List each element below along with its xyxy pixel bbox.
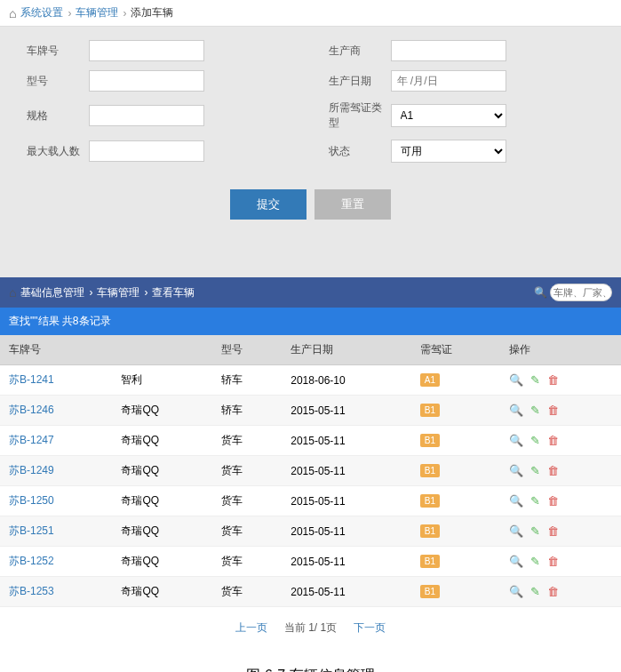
table-row: 苏B-1249奇瑞QQ货车2015-05-11B1🔍✎🗑 bbox=[0, 456, 621, 486]
delete-icon[interactable]: 🗑 bbox=[547, 585, 559, 598]
delete-icon[interactable]: 🗑 bbox=[547, 404, 559, 417]
bc-current: 添加车辆 bbox=[131, 5, 173, 20]
status-label: 状态 bbox=[329, 144, 391, 159]
col-plate: 车牌号 bbox=[0, 335, 112, 365]
figure-caption-1: 图 6-7 车辆信息管理 bbox=[0, 649, 621, 672]
plate-link[interactable]: 苏B-1253 bbox=[9, 585, 54, 597]
delete-icon[interactable]: 🗑 bbox=[547, 494, 559, 508]
vehicle-table: 车牌号 型号 生产日期 需驾证 操作 苏B-1241智利轿车2018-06-10… bbox=[0, 335, 621, 607]
view-icon[interactable]: 🔍 bbox=[509, 585, 523, 598]
plate-label: 车牌号 bbox=[27, 44, 89, 59]
bc-system[interactable]: 系统设置 bbox=[20, 5, 63, 20]
page-info: 当前 1/ 1页 bbox=[284, 621, 337, 634]
license-badge: B1 bbox=[420, 434, 440, 447]
model-cell: 货车 bbox=[212, 516, 283, 547]
model-cell: 货车 bbox=[212, 456, 283, 486]
view-icon[interactable]: 🔍 bbox=[509, 555, 523, 568]
bc2-vehicle[interactable]: 车辆管理 bbox=[97, 285, 139, 300]
edit-icon[interactable]: ✎ bbox=[530, 524, 540, 538]
table-row: 苏B-1250奇瑞QQ货车2015-05-11B1🔍✎🗑 bbox=[0, 486, 621, 516]
capacity-input[interactable] bbox=[89, 140, 204, 162]
license-select[interactable]: A1 bbox=[391, 104, 506, 127]
license-badge: A1 bbox=[420, 373, 440, 387]
license-badge: B1 bbox=[420, 464, 440, 477]
add-vehicle-form: 车牌号 生产商 型号 生产日期 规格 所需驾证类型 bbox=[0, 27, 621, 260]
delete-icon[interactable]: 🗑 bbox=[547, 555, 559, 568]
model-cell: 货车 bbox=[212, 547, 283, 577]
view-icon[interactable]: 🔍 bbox=[509, 524, 523, 538]
edit-icon[interactable]: ✎ bbox=[530, 585, 540, 598]
license-badge: B1 bbox=[420, 494, 440, 508]
edit-icon[interactable]: ✎ bbox=[530, 373, 540, 387]
date-cell: 2015-05-11 bbox=[282, 486, 411, 516]
bc-vehicle[interactable]: 车辆管理 bbox=[76, 5, 118, 20]
chevron-right-icon: › bbox=[123, 7, 126, 20]
date-cell: 2015-05-11 bbox=[282, 547, 411, 577]
plate-link[interactable]: 苏B-1252 bbox=[9, 555, 54, 567]
chevron-right-icon: › bbox=[144, 286, 147, 299]
table-row: 苏B-1253奇瑞QQ货车2015-05-11B1🔍✎🗑 bbox=[0, 577, 621, 607]
maker-label: 生产商 bbox=[329, 44, 391, 59]
model-cell: 轿车 bbox=[212, 396, 283, 426]
plate-link[interactable]: 苏B-1250 bbox=[9, 494, 54, 507]
plate-link[interactable]: 苏B-1249 bbox=[9, 464, 54, 476]
view-icon[interactable]: 🔍 bbox=[509, 404, 523, 417]
submit-button[interactable]: 提交 bbox=[230, 189, 307, 220]
model-cell: 轿车 bbox=[212, 365, 283, 396]
edit-icon[interactable]: ✎ bbox=[530, 555, 540, 568]
plate-input[interactable] bbox=[89, 40, 204, 61]
model-cell: 货车 bbox=[212, 426, 283, 456]
license-badge: B1 bbox=[420, 555, 440, 568]
delete-icon[interactable]: 🗑 bbox=[547, 464, 559, 477]
bc2-base[interactable]: 基础信息管理 bbox=[20, 285, 84, 300]
delete-icon[interactable]: 🗑 bbox=[547, 373, 559, 387]
view-icon[interactable]: 🔍 bbox=[509, 434, 523, 447]
spec-label: 规格 bbox=[27, 108, 89, 124]
model-input[interactable] bbox=[89, 70, 204, 92]
date-input[interactable] bbox=[391, 70, 506, 92]
next-page[interactable]: 下一页 bbox=[354, 621, 386, 634]
delete-icon[interactable]: 🗑 bbox=[547, 434, 559, 447]
model-label: 型号 bbox=[27, 74, 89, 89]
col-date: 生产日期 bbox=[282, 335, 411, 365]
capacity-label: 最大载人数 bbox=[27, 144, 89, 159]
maker-cell: 奇瑞QQ bbox=[112, 577, 211, 607]
prev-page[interactable]: 上一页 bbox=[235, 621, 267, 634]
maker-cell: 智利 bbox=[112, 365, 211, 396]
model-cell: 货车 bbox=[212, 577, 283, 607]
table-row: 苏B-1251奇瑞QQ货车2015-05-11B1🔍✎🗑 bbox=[0, 516, 621, 547]
view-icon[interactable]: 🔍 bbox=[509, 464, 523, 477]
model-cell: 货车 bbox=[212, 486, 283, 516]
plate-link[interactable]: 苏B-1241 bbox=[9, 373, 54, 386]
maker-cell: 奇瑞QQ bbox=[112, 396, 211, 426]
maker-cell: 奇瑞QQ bbox=[112, 486, 211, 516]
maker-input[interactable] bbox=[391, 40, 506, 61]
table-row: 苏B-1247奇瑞QQ货车2015-05-11B1🔍✎🗑 bbox=[0, 426, 621, 456]
chevron-right-icon: › bbox=[68, 7, 71, 20]
edit-icon[interactable]: ✎ bbox=[530, 404, 540, 417]
spec-input[interactable] bbox=[89, 105, 204, 126]
delete-icon[interactable]: 🗑 bbox=[547, 524, 559, 538]
plate-link[interactable]: 苏B-1247 bbox=[9, 434, 54, 446]
edit-icon[interactable]: ✎ bbox=[530, 494, 540, 508]
license-badge: B1 bbox=[420, 524, 440, 538]
breadcrumb-2: ⌂ 基础信息管理 › 车辆管理 › 查看车辆 🔍 bbox=[0, 277, 621, 308]
edit-icon[interactable]: ✎ bbox=[530, 434, 540, 447]
plate-link[interactable]: 苏B-1246 bbox=[9, 404, 54, 416]
col-model: 型号 bbox=[212, 335, 283, 365]
view-icon[interactable]: 🔍 bbox=[509, 494, 523, 508]
license-badge: B1 bbox=[420, 404, 440, 417]
plate-link[interactable]: 苏B-1251 bbox=[9, 524, 54, 537]
maker-cell: 奇瑞QQ bbox=[112, 456, 211, 486]
home-icon: ⌂ bbox=[9, 285, 16, 300]
pager: 上一页 当前 1/ 1页 下一页 bbox=[0, 607, 621, 649]
search-input[interactable] bbox=[550, 284, 612, 301]
table-row: 苏B-1241智利轿车2018-06-10A1🔍✎🗑 bbox=[0, 365, 621, 396]
license-label: 所需驾证类型 bbox=[329, 100, 391, 131]
reset-button[interactable]: 重置 bbox=[314, 189, 391, 220]
view-icon[interactable]: 🔍 bbox=[509, 373, 523, 387]
edit-icon[interactable]: ✎ bbox=[530, 464, 540, 477]
col-ops: 操作 bbox=[500, 335, 621, 365]
status-select[interactable]: 可用 bbox=[391, 140, 506, 163]
search-icon: 🔍 bbox=[534, 286, 547, 299]
